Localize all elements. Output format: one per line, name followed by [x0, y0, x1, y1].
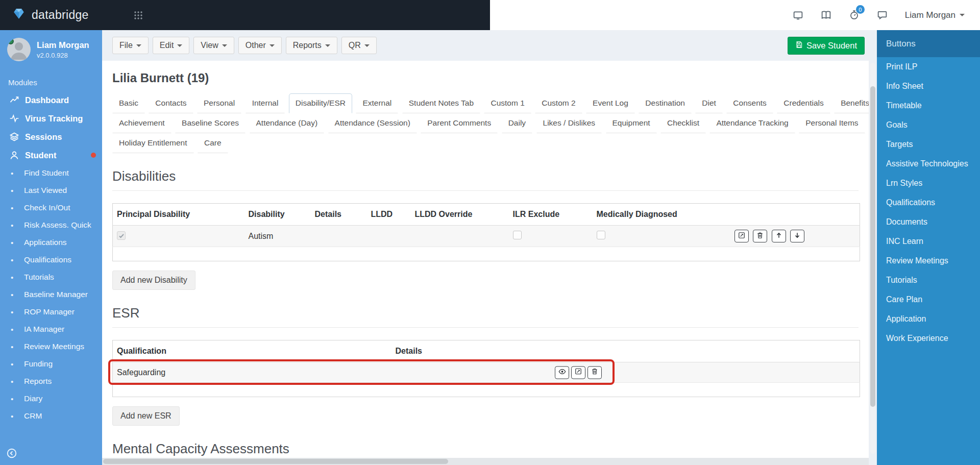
tab-attendance-day[interactable]: Attendance (Day) [250, 113, 325, 133]
button-targets[interactable]: Targets [877, 135, 980, 154]
tab-student-notes[interactable]: Student Notes Tab [402, 93, 480, 113]
sidebar-item-student[interactable]: Student [0, 146, 102, 164]
tab-holiday-entitlement[interactable]: Holiday Entitlement [112, 133, 194, 153]
button-timetable[interactable]: Timetable [877, 96, 980, 115]
sidebar-item-funding[interactable]: •Funding [0, 355, 102, 373]
sidebar-item-crm[interactable]: •CRM [0, 407, 102, 425]
move-up-button[interactable] [772, 230, 786, 242]
sidebar-item-review-meetings[interactable]: •Review Meetings [0, 338, 102, 355]
horizontal-scrollbar-thumb[interactable] [103, 459, 448, 464]
tab-consents[interactable]: Consents [726, 93, 773, 113]
tab-basic[interactable]: Basic [112, 93, 145, 113]
tab-care[interactable]: Care [198, 133, 228, 153]
vertical-scrollbar-thumb[interactable] [870, 86, 875, 407]
tab-parent-comments[interactable]: Parent Comments [421, 113, 498, 133]
add-new-esr-button[interactable]: Add new ESR [112, 406, 180, 426]
sidebar-item-applications[interactable]: •Applications [0, 234, 102, 251]
add-new-disability-button[interactable]: Add new Disability [112, 271, 195, 290]
tab-personal-items[interactable]: Personal Items [799, 113, 865, 133]
button-application[interactable]: Application [877, 309, 980, 329]
reports-menu-button[interactable]: Reports [286, 37, 337, 54]
sidebar-item-dashboard[interactable]: Dashboard [0, 91, 102, 109]
tab-destination[interactable]: Destination [639, 93, 692, 113]
button-documents[interactable]: Documents [877, 212, 980, 232]
tab-daily[interactable]: Daily [502, 113, 532, 133]
button-inc-learn[interactable]: INC Learn [877, 232, 980, 251]
edit-row-button[interactable] [734, 230, 749, 242]
sidebar-item-virus-tracking[interactable]: Virus Tracking [0, 109, 102, 128]
tab-diet[interactable]: Diet [695, 93, 723, 113]
sidebar-collapse-icon[interactable] [6, 448, 17, 461]
delete-row-button[interactable] [587, 366, 602, 379]
tab-attendance-tracking[interactable]: Attendance Tracking [709, 113, 795, 133]
tab-benefits[interactable]: Benefits [834, 93, 869, 113]
user-menu[interactable]: Liam Morgan [905, 10, 965, 20]
student-notification-dot [91, 153, 96, 158]
tab-achievement[interactable]: Achievement [112, 113, 172, 133]
view-row-button[interactable] [555, 366, 569, 379]
edit-row-button[interactable] [571, 366, 585, 379]
button-tutorials[interactable]: Tutorials [877, 271, 980, 290]
tab-equipment[interactable]: Equipment [606, 113, 657, 133]
tab-external[interactable]: External [356, 93, 398, 113]
move-down-button[interactable] [790, 230, 804, 242]
tab-personal[interactable]: Personal [197, 93, 241, 113]
tab-credentials[interactable]: Credentials [777, 93, 830, 113]
tab-checklist[interactable]: Checklist [660, 113, 706, 133]
chat-icon[interactable] [877, 10, 888, 20]
tab-custom-2[interactable]: Custom 2 [535, 93, 582, 113]
sidebar-item-qualifications[interactable]: •Qualifications [0, 251, 102, 268]
medically-diagnosed-checkbox[interactable] [597, 231, 605, 239]
file-menu-button[interactable]: File [112, 37, 149, 54]
sidebar-item-find-student[interactable]: •Find Student [0, 164, 102, 182]
book-icon[interactable] [821, 10, 831, 20]
column-header-actions [710, 204, 860, 226]
qr-menu-button[interactable]: QR [341, 37, 377, 54]
tab-disability-esr[interactable]: Disability/ESR [289, 93, 352, 113]
view-menu-button[interactable]: View [193, 37, 234, 54]
notification-badge: 0 [856, 5, 865, 14]
sidebar-item-last-viewed[interactable]: •Last Viewed [0, 182, 102, 199]
tab-custom-1[interactable]: Custom 1 [484, 93, 531, 113]
monitor-icon[interactable] [793, 10, 803, 20]
sidebar-item-risk-assess-quick[interactable]: •Risk Assess. Quick [0, 216, 102, 234]
timer-icon[interactable]: 0 [849, 10, 860, 20]
tab-event-log[interactable]: Event Log [586, 93, 635, 113]
sidebar-item-label: IA Manager [24, 325, 64, 334]
buttons-panel-header: Buttons [877, 30, 980, 57]
button-care-plan[interactable]: Care Plan [877, 290, 980, 309]
tab-internal[interactable]: Internal [246, 93, 285, 113]
activity-icon [9, 113, 20, 124]
button-print-ilp[interactable]: Print ILP [877, 57, 980, 77]
button-work-experience[interactable]: Work Experience [877, 329, 980, 348]
ilr-exclude-checkbox[interactable] [513, 231, 522, 239]
button-assistive-technologies[interactable]: Assistive Technologies [877, 154, 980, 174]
button-lrn-styles[interactable]: Lrn Styles [877, 174, 980, 193]
save-student-button[interactable]: Save Student [788, 37, 865, 55]
delete-row-button[interactable] [753, 230, 767, 242]
tab-baseline-scores[interactable]: Baseline Scores [175, 113, 246, 133]
sidebar-item-baseline-manager[interactable]: •Baseline Manager [0, 286, 102, 303]
table-row: Autism [113, 226, 860, 247]
button-qualifications[interactable]: Qualifications [877, 193, 980, 212]
sidebar-item-reports[interactable]: •Reports [0, 373, 102, 390]
other-menu-button[interactable]: Other [238, 37, 282, 54]
column-header: Principal Disability [113, 204, 244, 226]
tab-contacts[interactable]: Contacts [149, 93, 193, 113]
edit-menu-button[interactable]: Edit [153, 37, 190, 54]
tab-attendance-session[interactable]: Attendance (Session) [328, 113, 417, 133]
brand[interactable]: databridge [12, 7, 89, 23]
apps-grid-icon[interactable] [134, 11, 143, 20]
button-review-meetings[interactable]: Review Meetings [877, 251, 980, 271]
tab-likes-dislikes[interactable]: Likes / Dislikes [536, 113, 602, 133]
sidebar-item-tutorials[interactable]: •Tutorials [0, 268, 102, 286]
sidebar-item-check-in-out[interactable]: •Check In/Out [0, 199, 102, 216]
sidebar-item-ia-manager[interactable]: •IA Manager [0, 321, 102, 338]
sidebar-item-sessions[interactable]: Sessions [0, 128, 102, 146]
horizontal-scrollbar[interactable] [102, 458, 869, 465]
sidebar-item-diary[interactable]: •Diary [0, 390, 102, 407]
vertical-scrollbar[interactable] [870, 63, 875, 454]
button-info-sheet[interactable]: Info Sheet [877, 77, 980, 96]
sidebar-item-rop-manager[interactable]: •ROP Manager [0, 303, 102, 321]
button-goals[interactable]: Goals [877, 115, 980, 135]
